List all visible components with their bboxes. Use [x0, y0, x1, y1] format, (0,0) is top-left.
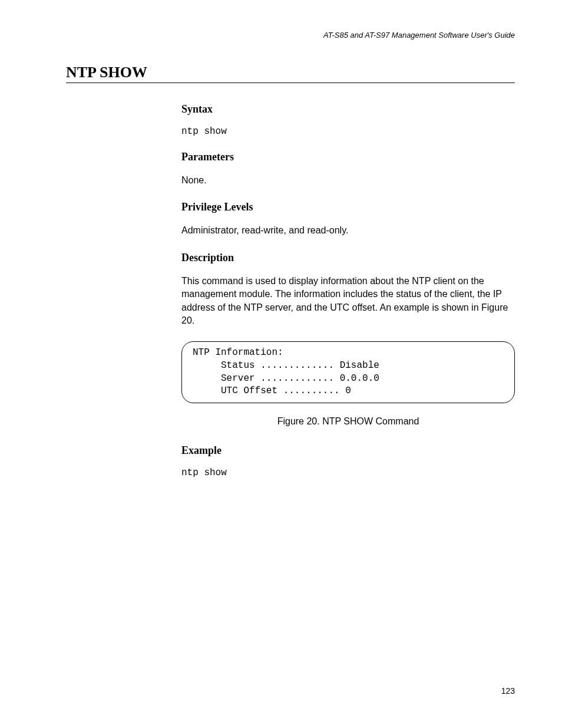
privilege-text: Administrator, read-write, and read-only… [181, 224, 515, 237]
parameters-heading: Parameters [181, 151, 515, 163]
header-guide-title: AT-S85 and AT-S97 Management Software Us… [323, 31, 515, 39]
syntax-heading: Syntax [181, 103, 515, 116]
parameters-text: None. [181, 174, 515, 187]
example-heading: Example [181, 444, 515, 457]
figure-output-box: NTP Information: Status ............. Di… [181, 341, 515, 403]
example-code: ntp show [181, 467, 515, 478]
page-number: 123 [501, 686, 515, 696]
description-text: This command is used to display informat… [181, 275, 515, 328]
privilege-heading: Privilege Levels [181, 201, 515, 213]
description-heading: Description [181, 252, 515, 264]
page-title: NTP SHOW [66, 64, 147, 81]
figure-caption: Figure 20. NTP SHOW Command [181, 416, 515, 427]
syntax-code: ntp show [181, 126, 515, 137]
title-rule [66, 83, 515, 83]
content-region: Syntax ntp show Parameters None. Privile… [181, 103, 515, 492]
